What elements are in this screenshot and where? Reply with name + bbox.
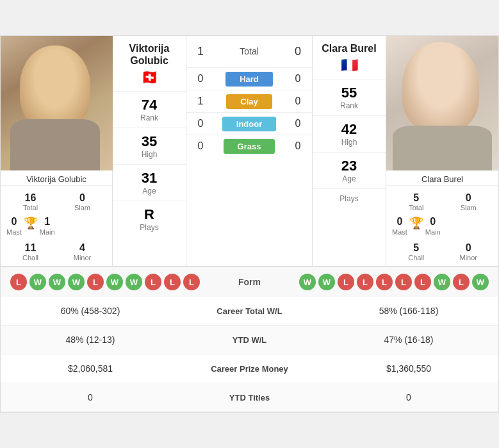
left-plays-block: R Plays — [113, 201, 186, 237]
clay-left-score: 1 — [193, 95, 208, 107]
form-badge: L — [338, 274, 354, 290]
left-mast-label: Mast — [6, 228, 22, 236]
hard-right-score: 0 — [290, 73, 306, 85]
left-slam-stat: 0 Slam — [56, 188, 108, 213]
form-label: Form — [200, 277, 299, 287]
left-age-block: 31 Age — [113, 164, 186, 201]
left-rank-block: 74 Rank — [113, 91, 186, 128]
stats-row: 0YTD Titles0 — [1, 383, 498, 412]
right-minor-stat: 0 Minor — [443, 238, 495, 263]
stats-left-value: $2,060,581 — [10, 363, 170, 374]
form-badge: L — [357, 274, 373, 290]
form-badge: W — [106, 274, 123, 290]
stats-center-label: YTD W/L — [170, 335, 329, 345]
right-slam-value: 0 — [444, 192, 494, 204]
left-slam-label: Slam — [58, 204, 107, 212]
grass-row: 0 Grass 0 — [186, 135, 312, 157]
battle-section: Viktorija Golubic 16 Total 0 Slam — [1, 36, 498, 266]
stats-left-value: 48% (12-13) — [10, 335, 170, 345]
left-trophy-icon: 🏆 — [24, 216, 38, 236]
left-age-value: 31 — [113, 170, 186, 187]
right-high-value: 42 — [313, 121, 386, 138]
left-slam-value: 0 — [58, 192, 107, 204]
right-main-label: Main — [425, 228, 441, 236]
form-badge: L — [164, 274, 181, 290]
left-total-label: Total — [6, 204, 55, 212]
left-player-photo-col: Viktorija Golubic 16 Total 0 Slam — [1, 36, 113, 266]
right-total-stat: 5 Total — [390, 188, 443, 213]
right-high-label: High — [313, 138, 386, 147]
stats-right-value: 47% (16-18) — [329, 335, 489, 345]
left-total-value: 16 — [6, 192, 55, 204]
form-badge: L — [376, 274, 393, 290]
left-minor-label: Minor — [58, 254, 107, 262]
stats-right-value: $1,360,550 — [329, 363, 489, 374]
left-main-value: 1 — [40, 215, 55, 228]
left-total-stat: 16 Total — [4, 188, 56, 213]
left-plays-value: R — [113, 206, 186, 223]
left-plays-label: Plays — [113, 223, 186, 232]
grass-left-score: 0 — [193, 140, 208, 152]
form-badge: L — [414, 274, 431, 290]
left-player-name: Viktorija Golubic — [1, 170, 112, 186]
right-mast-stat: 0 Mast 🏆 0 Main — [390, 213, 443, 238]
form-badge: W — [299, 274, 316, 290]
total-left-score: 1 — [193, 45, 208, 58]
grass-badge: Grass — [224, 139, 275, 154]
right-age-value: 23 — [313, 158, 386, 174]
form-badge: L — [10, 274, 27, 290]
right-header-name: Clara Burel — [322, 42, 376, 57]
right-form: WWLLLLLWLW — [299, 274, 489, 290]
left-player-stats: 16 Total 0 Slam 0 Mast 🏆 — [1, 186, 112, 266]
right-player-stats: 5 Total 0 Slam 0 Mast 🏆 — [386, 186, 498, 266]
total-row: 1 Total 0 — [186, 36, 312, 68]
form-badge: L — [395, 274, 412, 290]
stats-row: $2,060,581Career Prize Money$1,360,550 — [1, 354, 498, 383]
stats-left-value: 60% (458-302) — [10, 306, 170, 316]
right-chall-value: 5 — [391, 242, 441, 254]
right-main-value: 0 — [425, 215, 441, 228]
form-badge: W — [434, 274, 450, 290]
right-total-label: Total — [391, 204, 441, 212]
hard-badge: Hard — [225, 72, 273, 87]
clay-badge: Clay — [226, 94, 272, 109]
form-section: LWWWLWWLLL Form WWLLLLLWLW — [1, 266, 498, 297]
form-badge: L — [145, 274, 161, 290]
total-label: Total — [208, 46, 290, 56]
right-minor-value: 0 — [444, 242, 494, 254]
right-age-block: 23 Age — [313, 152, 386, 188]
right-slam-stat: 0 Slam — [443, 188, 495, 213]
stats-right-value: 0 — [329, 392, 489, 402]
right-plays-label: Plays — [313, 194, 386, 203]
left-flag: 🇨🇭 — [141, 69, 158, 91]
right-chall-label: Chall — [391, 254, 441, 262]
left-main-label: Main — [40, 228, 55, 236]
indoor-right-score: 0 — [290, 118, 306, 129]
left-form: LWWWLWWLLL — [10, 274, 200, 290]
form-badge: W — [472, 274, 489, 290]
form-badge: L — [183, 274, 200, 290]
right-flag: 🇫🇷 — [341, 57, 358, 79]
hard-row: 0 Hard 0 — [186, 68, 312, 90]
right-meta-col: Clara Burel 🇫🇷 55 Rank 42 High 23 Age Pl… — [313, 36, 386, 266]
main-container: Viktorija Golubic 16 Total 0 Slam — [0, 35, 499, 413]
left-player-photo — [1, 36, 113, 170]
clay-right-score: 0 — [290, 95, 306, 107]
right-rank-block: 55 Rank — [313, 79, 386, 115]
total-right-score: 0 — [290, 45, 306, 58]
right-minor-label: Minor — [444, 254, 494, 262]
stats-row: 48% (12-13)YTD W/L47% (16-18) — [1, 326, 498, 354]
form-badge: W — [49, 274, 65, 290]
form-badge: W — [126, 274, 142, 290]
hard-left-score: 0 — [193, 73, 208, 85]
left-high-block: 35 High — [113, 128, 186, 164]
form-badge: L — [453, 274, 470, 290]
right-total-value: 5 — [391, 192, 441, 204]
clay-row: 1 Clay 0 — [186, 90, 312, 113]
stats-center-label: Career Prize Money — [170, 364, 329, 374]
left-high-value: 35 — [113, 133, 186, 150]
indoor-row: 0 Indoor 0 — [186, 113, 312, 135]
right-mast-label: Mast — [392, 228, 407, 236]
form-badge: W — [29, 274, 46, 290]
center-match-col: 1 Total 0 0 Hard 0 1 Clay 0 — [186, 36, 313, 266]
